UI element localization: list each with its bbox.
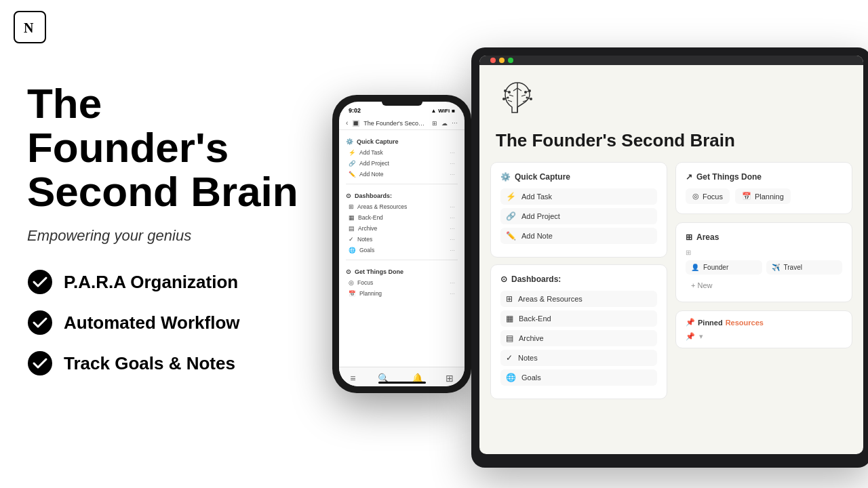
check-icon-goals	[27, 350, 53, 376]
tablet-area-travel[interactable]: ✈️ Travel	[766, 260, 843, 274]
check-icon-workflow	[27, 310, 53, 336]
svg-point-10	[504, 89, 507, 92]
svg-text:N: N	[24, 20, 34, 35]
phone-item-focus: ◎Focus ⋯	[346, 277, 458, 288]
phone-item-backend: ▦Back-End ⋯	[346, 212, 458, 223]
tablet-header: The Founder's Second Brain	[479, 65, 863, 151]
tablet-quick-capture-title: ⚙️ Quick Capture	[500, 172, 657, 182]
tablet-right-column: ↗ Get Things Done ◎Focus 📅Planning	[675, 162, 852, 399]
phone-item-planning: 📅Planning ⋯	[346, 288, 458, 299]
tablet-new-button[interactable]: + New	[686, 279, 842, 292]
tablet-add-note[interactable]: ✏️ Add Note	[500, 228, 657, 244]
tablet-dash-backend[interactable]: ▦ Back-End	[500, 310, 657, 327]
tablet-add-task[interactable]: ⚡ Add Task	[500, 188, 657, 205]
tablet-dash-goals[interactable]: 🌐 Goals	[500, 369, 657, 386]
tablet-gtd-items: ◎Focus 📅Planning	[686, 188, 842, 204]
phone-quick-capture-label: Quick Capture	[357, 138, 399, 145]
tablet-body: ⚙️ Quick Capture ⚡ Add Task 🔗 Add Projec…	[479, 162, 863, 410]
phone-nav-icons: ⊞☁⋯	[432, 120, 458, 127]
feature-list: P.A.R.A Organization Automated Workflow …	[27, 269, 312, 376]
svg-point-9	[530, 98, 532, 100]
tablet-dashboards-title: ⊙ Dashboards:	[500, 274, 657, 284]
phone-dashboards: ⊙ Dashboards: ⊞Areas & Resources ⋯ ▦Back…	[339, 184, 465, 260]
tablet-mockup: The Founder's Second Brain ⚙️ Quick Capt…	[471, 47, 868, 468]
phone-nav-home[interactable]: ≡	[350, 373, 355, 384]
phone-quick-capture: ⚙️ Quick Capture ⚡Add Task ⋯ 🔗Add Projec…	[339, 130, 465, 184]
notion-logo: N	[14, 11, 46, 43]
tablet-dashboards-card: ⊙ Dashboards: ⊞ Areas & Resources ▦ Back…	[490, 264, 667, 399]
tablet-add-project[interactable]: 🔗 Add Project	[500, 208, 657, 224]
tablet-gtd-focus[interactable]: ◎Focus	[686, 188, 730, 204]
phone-item-archive: ▤Archive ⋯	[346, 223, 458, 234]
tablet-quick-capture-card: ⚙️ Quick Capture ⚡ Add Task 🔗 Add Projec…	[490, 162, 667, 258]
tablet-gtd-card: ↗ Get Things Done ◎Focus 📅Planning	[675, 162, 852, 214]
phone-item-add-task: ⚡Add Task ⋯	[346, 147, 458, 158]
tablet-gtd-title: ↗ Get Things Done	[686, 172, 842, 182]
phone-item-areas: ⊞Areas & Resources ⋯	[346, 201, 458, 212]
phone-nav-bar: ‹ 🔳 The Founder's Second ... ⊞☁⋯	[339, 117, 465, 130]
svg-point-8	[502, 98, 505, 100]
tablet-pinned-accent: Resources	[726, 319, 764, 327]
feature-goals-text: Track Goals & Notes	[64, 353, 235, 374]
feature-para: P.A.R.A Organization	[27, 269, 312, 295]
tablet-areas-title: ⊞ Areas	[686, 232, 842, 242]
phone-home-indicator	[378, 382, 426, 384]
left-panel: The Founder's Second Brain Empowering yo…	[27, 81, 312, 376]
tablet-dash-areas[interactable]: ⊞ Areas & Resources	[500, 291, 657, 307]
phone-gtd: ⊙ Get Things Done ◎Focus ⋯ 📅Planning ⋯	[339, 260, 465, 303]
tablet-dash-archive[interactable]: ▤ Archive	[500, 330, 657, 346]
feature-goals: Track Goals & Notes	[27, 350, 312, 376]
phone-dashboards-label: Dashboards:	[355, 192, 392, 199]
tablet-left-column: ⚙️ Quick Capture ⚡ Add Task 🔗 Add Projec…	[490, 162, 667, 399]
phone-nav-settings[interactable]: ⊞	[446, 373, 454, 384]
phone-status-icons: ▲WiFi■	[431, 108, 455, 114]
phone-item-goals: 🌐Goals ⋯	[346, 245, 458, 256]
tablet-areas-grid: 👤 Founder ✈️ Travel	[686, 260, 842, 274]
phone-nav-title: The Founder's Second ...	[363, 120, 428, 127]
feature-para-text: P.A.R.A Organization	[64, 272, 238, 293]
tablet-area-founder[interactable]: 👤 Founder	[686, 260, 762, 274]
tablet-areas-card: ⊞ Areas ⊞ 👤 Founder ✈️ Travel	[675, 222, 852, 302]
tablet-pinned-card: 📌 Pinned Resources 📌 ▾	[675, 310, 852, 348]
check-icon-para	[27, 269, 53, 295]
subtitle: Empowering your genius	[27, 227, 312, 245]
brain-icon	[496, 76, 539, 119]
feature-workflow-text: Automated Workflow	[64, 312, 240, 333]
phone-mockup: 9:02 ▲WiFi■ ‹ 🔳 The Founder's Second ...…	[332, 95, 471, 393]
phone-gtd-label: Get Things Done	[355, 268, 403, 275]
main-title: The Founder's Second Brain	[27, 81, 312, 214]
phone-item-add-project: 🔗Add Project ⋯	[346, 158, 458, 169]
phone-time: 9:02	[349, 107, 361, 114]
tablet-dash-notes[interactable]: ✓ Notes	[500, 350, 657, 366]
tablet-gtd-planning[interactable]: 📅Planning	[735, 188, 791, 204]
phone-notch	[382, 102, 422, 106]
tablet-title: The Founder's Second Brain	[496, 130, 847, 151]
feature-workflow: Automated Workflow	[27, 310, 312, 336]
phone-item-notes: ✓Notes ⋯	[346, 234, 458, 245]
phone-item-add-note: ✏️Add Note ⋯	[346, 169, 458, 180]
svg-point-11	[528, 89, 531, 92]
tablet-pinned-title: 📌 Pinned Resources	[686, 318, 842, 327]
